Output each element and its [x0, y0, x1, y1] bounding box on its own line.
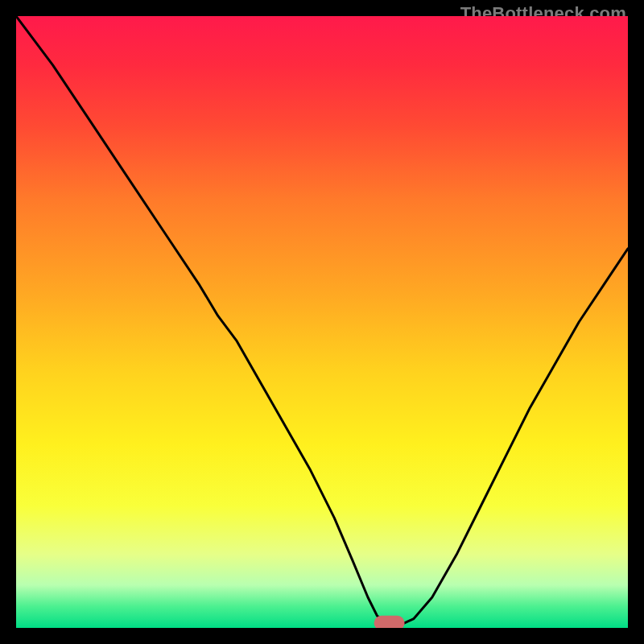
chart-frame: TheBottleneck.com — [0, 0, 644, 644]
plot-area — [16, 16, 628, 628]
optimal-marker — [374, 616, 405, 628]
gradient-background — [16, 16, 628, 628]
bottleneck-chart — [16, 16, 628, 628]
